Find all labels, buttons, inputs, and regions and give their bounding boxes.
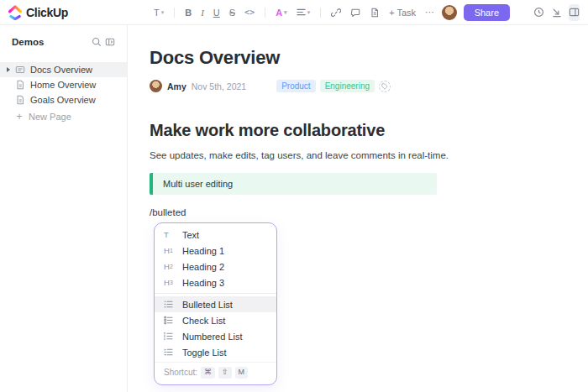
sidebar-title: Demos — [12, 37, 90, 47]
font-color-button[interactable]: A ▾ — [271, 5, 291, 20]
page-icon — [15, 95, 25, 105]
topbar-right: Share — [454, 4, 580, 21]
align-icon — [297, 8, 306, 17]
arrow-corner-icon — [551, 7, 562, 18]
toolbar-divider — [265, 8, 265, 18]
menu-item-heading-1[interactable]: H1 Heading 1 — [155, 243, 276, 259]
slash-command-menu: T Text H1 Heading 1 H2 Heading 2 H3 Head… — [154, 222, 277, 385]
sidebar-item-home-overview[interactable]: Home Overview — [0, 77, 127, 92]
code-button[interactable]: <> — [240, 5, 259, 19]
comment-button[interactable] — [346, 5, 365, 20]
heading3-icon: H3 — [164, 278, 175, 287]
panel-collapse-icon — [105, 37, 115, 47]
menu-item-numbered-list[interactable]: Numbered List — [155, 328, 276, 344]
menu-item-label: Heading 2 — [182, 262, 224, 272]
sidebar-new-page-button[interactable]: + New Page — [0, 109, 127, 124]
more-button[interactable]: ⋯ — [421, 4, 438, 20]
clickup-logo-text: ClickUp — [26, 6, 68, 19]
tag-product[interactable]: Product — [276, 80, 315, 92]
shift-key: ⇧ — [218, 367, 232, 379]
menu-item-label: Heading 1 — [182, 246, 224, 256]
chevron-down-icon: ▾ — [284, 9, 287, 15]
caret-right-icon[interactable] — [7, 67, 10, 72]
sidebar-doc-list: Docs Overview Home Overview Goals Overvi… — [0, 62, 127, 124]
toggle-list-icon — [164, 348, 175, 357]
menu-item-bulleted-list[interactable]: Bulleted List — [155, 296, 276, 312]
italic-button[interactable]: I — [197, 5, 208, 20]
author-name: Amy — [167, 81, 186, 91]
strikethrough-button[interactable]: S — [225, 5, 239, 20]
m-key: M — [235, 367, 249, 379]
alignment-button[interactable]: ▾ — [292, 5, 315, 19]
bold-button[interactable]: B — [181, 5, 196, 20]
add-tag-button[interactable] — [379, 81, 391, 92]
sidebar-item-goals-overview[interactable]: Goals Overview — [0, 92, 127, 107]
menu-divider — [155, 293, 276, 294]
menu-item-heading-3[interactable]: H3 Heading 3 — [155, 274, 276, 290]
page-button[interactable] — [365, 5, 384, 20]
doc-heading[interactable]: Make work more collaborative — [150, 121, 571, 140]
plus-icon: + — [15, 111, 24, 123]
doc-icon — [15, 65, 25, 75]
menu-item-label: Numbered List — [182, 332, 243, 342]
history-button[interactable] — [533, 4, 544, 21]
sidebar: Demos Docs Overview — [0, 25, 128, 392]
bulleted-list-icon — [164, 300, 175, 309]
add-task-button[interactable]: + Task — [385, 5, 420, 20]
toolbar-divider — [174, 8, 175, 18]
body: Demos Docs Overview — [0, 25, 588, 392]
sidebar-collapse-button[interactable] — [103, 35, 117, 49]
sidebar-toggle-button[interactable] — [569, 4, 580, 21]
new-page-label: New Page — [29, 112, 71, 122]
sidebar-search-button[interactable] — [90, 35, 103, 49]
callout-block[interactable]: Multi user editing — [150, 173, 437, 195]
sidebar-item-label: Home Overview — [30, 80, 96, 90]
text-style-label: T — [154, 8, 160, 18]
topbar: ClickUp T ▾ B I U S <> A ▾ ▾ — [0, 0, 588, 25]
clickup-logo[interactable]: ClickUp — [8, 5, 134, 20]
doc-tags: Product Engineering — [276, 80, 391, 92]
formatting-toolbar: T ▾ B I U S <> A ▾ ▾ — [134, 4, 454, 20]
chevron-down-icon: ▾ — [161, 9, 165, 15]
menu-item-label: Toggle List — [182, 348, 227, 358]
sidebar-item-label: Docs Overview — [30, 65, 92, 75]
text-icon: T — [164, 230, 175, 239]
author-avatar[interactable] — [150, 80, 162, 92]
menu-item-toggle-list[interactable]: Toggle List — [155, 344, 276, 360]
tag-engineering[interactable]: Engineering — [320, 80, 375, 92]
share-button[interactable]: Share — [464, 4, 510, 21]
menu-item-label: Check List — [182, 316, 225, 326]
clickup-app: ClickUp T ▾ B I U S <> A ▾ ▾ — [0, 0, 588, 392]
sidebar-header: Demos — [0, 35, 127, 49]
comment-icon — [350, 8, 360, 18]
menu-item-check-list[interactable]: Check List — [155, 312, 276, 328]
menu-item-label: Text — [182, 230, 199, 240]
font-color-label: A — [276, 8, 282, 18]
heading2-icon: H2 — [164, 262, 175, 271]
minimize-button[interactable] — [551, 4, 562, 21]
clickup-logo-icon — [8, 5, 22, 20]
chevron-down-icon: ▾ — [307, 9, 311, 15]
link-icon — [331, 8, 341, 18]
heading1-icon: H1 — [164, 246, 175, 255]
toolbar-divider — [320, 8, 321, 18]
user-avatar[interactable] — [442, 5, 457, 20]
menu-item-text[interactable]: T Text — [155, 227, 276, 243]
cmd-key: ⌘ — [201, 367, 215, 379]
doc-title[interactable]: Docs Overview — [150, 47, 571, 69]
doc-editor[interactable]: Docs Overview Amy Nov 5th, 2021 Product … — [128, 25, 588, 392]
sidebar-item-docs-overview[interactable]: Docs Overview — [0, 62, 127, 77]
menu-item-label: Heading 3 — [182, 278, 224, 288]
text-style-button[interactable]: T ▾ — [150, 5, 168, 20]
doc-paragraph[interactable]: See updates, make edits, tag users, and … — [150, 150, 571, 160]
menu-item-label: Bulleted List — [182, 300, 233, 310]
menu-shortcut-footer: Shortcut: ⌘ ⇧ M — [155, 362, 276, 384]
slash-command-text[interactable]: /bulleted — [150, 207, 571, 217]
panel-icon — [569, 7, 580, 18]
search-icon — [92, 37, 102, 47]
link-button[interactable] — [327, 5, 345, 20]
page-icon — [370, 8, 380, 18]
doc-date: Nov 5th, 2021 — [192, 81, 246, 91]
underline-button[interactable]: U — [209, 5, 224, 20]
menu-item-heading-2[interactable]: H2 Heading 2 — [155, 259, 276, 274]
